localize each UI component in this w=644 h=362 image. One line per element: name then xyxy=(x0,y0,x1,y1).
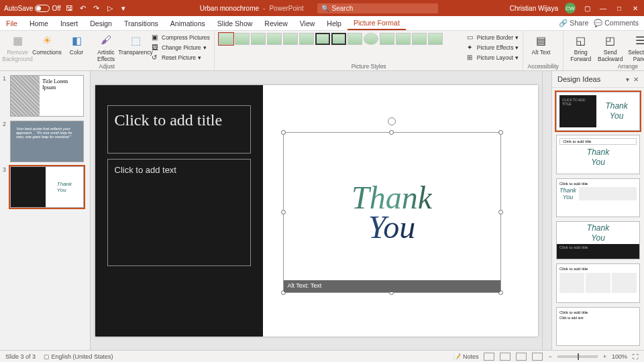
send-backward-button[interactable]: ◰Send Backward xyxy=(597,33,624,62)
picture-border-button[interactable]: ▭Picture Border ▾ xyxy=(467,33,519,42)
thumbnail-slide-3[interactable]: ThankYou xyxy=(10,166,84,208)
maximize-icon[interactable]: □ xyxy=(614,5,624,12)
vertical-scrollbar[interactable] xyxy=(542,71,551,350)
style-thumb[interactable] xyxy=(331,33,346,45)
style-thumb[interactable] xyxy=(283,33,298,45)
style-thumb[interactable] xyxy=(428,33,443,45)
style-thumb[interactable] xyxy=(235,33,250,45)
user-avatar[interactable]: CW xyxy=(565,3,576,13)
resize-handle[interactable] xyxy=(498,130,503,135)
resize-handle[interactable] xyxy=(281,130,286,135)
artistic-effects-button[interactable]: 🖌Artistic Effects xyxy=(93,33,119,62)
notes-button[interactable]: 📝 Notes xyxy=(453,353,478,360)
tab-view[interactable]: View xyxy=(294,16,321,30)
style-thumb[interactable] xyxy=(412,33,427,45)
picture-effects-button[interactable]: ✦Picture Effects ▾ xyxy=(467,43,519,52)
tab-design[interactable]: Design xyxy=(84,16,118,30)
body-placeholder[interactable]: Click to add text xyxy=(107,159,251,266)
picture-styles-gallery[interactable] xyxy=(219,33,460,45)
zoom-out-icon[interactable]: − xyxy=(548,353,551,360)
slide-canvas[interactable]: Click to add title Click to add text xyxy=(91,71,542,350)
comments-button[interactable]: 💬 Comments xyxy=(594,19,639,27)
alt-text-bar: Alt Text: Text xyxy=(284,280,500,292)
style-thumb[interactable] xyxy=(251,33,266,45)
design-idea-5[interactable]: Click to add title xyxy=(556,263,640,302)
user-name[interactable]: Christian Wijaya xyxy=(510,5,558,12)
tab-insert[interactable]: Insert xyxy=(54,16,84,30)
design-ideas-pane: Design Ideas ▾ ✕ CLICK TO ADD TITLEThank… xyxy=(551,71,644,350)
toggle-off-icon xyxy=(35,5,50,12)
close-icon[interactable]: ✕ xyxy=(631,5,640,12)
autosave-toggle[interactable]: AutoSave Off xyxy=(4,5,61,12)
style-thumb[interactable] xyxy=(347,33,362,45)
style-thumb[interactable] xyxy=(315,33,330,45)
style-thumb[interactable] xyxy=(380,33,394,45)
style-thumb[interactable] xyxy=(219,33,233,45)
start-slideshow-icon[interactable]: ▷ xyxy=(105,3,115,13)
ribbon: ▦Remove Background ☀Corrections ◧Color 🖌… xyxy=(0,31,644,71)
rotate-handle-icon[interactable] xyxy=(388,117,396,125)
design-idea-6[interactable]: Click to add titleClick to add text xyxy=(556,307,640,346)
remove-background-button: ▦Remove Background xyxy=(4,33,31,62)
tab-animations[interactable]: Animations xyxy=(164,16,211,30)
resize-handle[interactable] xyxy=(498,210,503,215)
slide: Click to add title Click to add text xyxy=(95,85,538,337)
design-idea-3[interactable]: Click to add titleThankYou xyxy=(556,178,640,217)
slide-counter[interactable]: Slide 3 of 3 xyxy=(5,353,36,360)
zoom-in-icon[interactable]: + xyxy=(603,353,606,360)
tab-picture-format[interactable]: Picture Format xyxy=(347,16,406,30)
slideshow-view-icon[interactable] xyxy=(532,353,543,361)
zoom-slider[interactable] xyxy=(557,355,598,358)
tab-home[interactable]: Home xyxy=(23,16,54,30)
thumbnail-slide-2[interactable]: Your best quote that reflects your appro… xyxy=(10,121,84,162)
style-thumb[interactable] xyxy=(299,33,314,45)
transparency-button[interactable]: ⬚Transparency xyxy=(122,33,149,56)
group-adjust: ▦Remove Background ☀Corrections ◧Color 🖌… xyxy=(0,31,215,70)
ribbon-tabs: File Home Insert Design Transitions Anim… xyxy=(0,16,644,31)
thumbnail-slide-1[interactable]: Title Lorem Ipsum xyxy=(10,75,84,117)
style-thumb[interactable] xyxy=(267,33,282,45)
zoom-level[interactable]: 100% xyxy=(612,353,627,360)
reading-view-icon[interactable] xyxy=(516,353,527,361)
normal-view-icon[interactable] xyxy=(484,353,494,361)
design-idea-4[interactable]: ThankYouClick to add title xyxy=(556,221,640,259)
selected-image[interactable]: Thank You Alt Text: Text xyxy=(283,132,501,293)
title-placeholder[interactable]: Click to add title xyxy=(107,105,251,154)
style-thumb[interactable] xyxy=(396,33,411,45)
tab-file[interactable]: File xyxy=(0,16,23,30)
search-box[interactable]: 🔍 xyxy=(317,3,438,13)
design-idea-1[interactable]: CLICK TO ADD TITLEThankYou xyxy=(556,92,640,131)
compress-pictures-button[interactable]: ▣Compress Pictures xyxy=(152,33,210,42)
ribbon-mode-icon[interactable]: ▢ xyxy=(582,5,592,12)
language-indicator[interactable]: ▢ English (United States) xyxy=(44,353,113,360)
reset-picture-button[interactable]: ↺Reset Picture ▾ xyxy=(152,53,210,62)
tab-help[interactable]: Help xyxy=(321,16,347,30)
sorter-view-icon[interactable] xyxy=(500,353,511,361)
tab-transitions[interactable]: Transitions xyxy=(118,16,164,30)
corrections-button[interactable]: ☀Corrections xyxy=(34,33,60,56)
fit-window-icon[interactable]: ⛶ xyxy=(633,353,639,360)
close-pane-icon[interactable]: ✕ xyxy=(633,76,639,83)
alt-text-button[interactable]: ▤Alt Text xyxy=(527,33,554,56)
design-idea-2[interactable]: Click to add titleThankYou xyxy=(556,135,640,174)
minimize-icon[interactable]: — xyxy=(598,5,608,12)
chevron-down-icon[interactable]: ▾ xyxy=(626,76,629,83)
tab-slideshow[interactable]: Slide Show xyxy=(211,16,259,30)
search-input[interactable] xyxy=(332,5,434,12)
save-icon[interactable]: 🖫 xyxy=(65,3,74,13)
layout-icon: ⊞ xyxy=(467,54,475,62)
selection-pane-button[interactable]: ☰Selection Pane xyxy=(627,33,644,62)
color-button[interactable]: ◧Color xyxy=(63,33,90,56)
change-picture-button[interactable]: 🖼Change Picture ▾ xyxy=(152,43,210,52)
style-thumb[interactable] xyxy=(364,33,378,45)
bring-forward-button[interactable]: ◱Bring Forward xyxy=(568,33,594,62)
qat-dropdown-icon[interactable]: ▾ xyxy=(119,3,128,13)
picture-layout-button[interactable]: ⊞Picture Layout ▾ xyxy=(467,53,519,62)
title-bar: AutoSave Off 🖫 ↶ ↷ ▷ ▾ Urban monochrome … xyxy=(0,0,644,16)
resize-handle[interactable] xyxy=(281,210,286,215)
resize-handle[interactable] xyxy=(389,130,394,135)
undo-icon[interactable]: ↶ xyxy=(78,3,88,13)
redo-icon[interactable]: ↷ xyxy=(92,3,101,13)
share-button[interactable]: 🔗 Share xyxy=(559,19,588,27)
tab-review[interactable]: Review xyxy=(258,16,293,30)
